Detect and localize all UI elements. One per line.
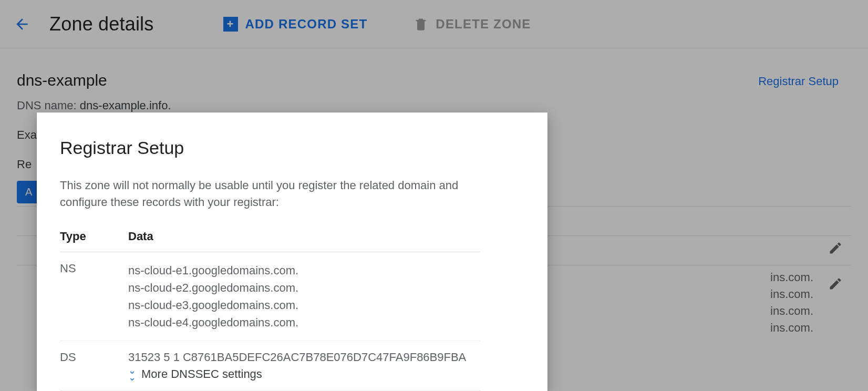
more-dnssec-settings[interactable]: ⌄⌄ More DNSSEC settings bbox=[128, 367, 480, 381]
table-row: DS 31523 5 1 C8761BA5DEFC26AC7B78E076D7C… bbox=[60, 341, 480, 390]
delete-zone-label: DELETE ZONE bbox=[436, 17, 531, 32]
dialog-title: Registrar Setup bbox=[60, 138, 524, 158]
chevron-double-down-icon: ⌄⌄ bbox=[128, 367, 136, 380]
record-type: DS bbox=[60, 341, 128, 390]
delete-zone-button[interactable]: DELETE ZONE bbox=[407, 13, 537, 36]
registrar-setup-dialog: Registrar Setup This zone will not norma… bbox=[37, 112, 547, 391]
ds-value: 31523 5 1 C8761BA5DEFC26AC7B78E076D7C47F… bbox=[128, 351, 480, 364]
edit-icon[interactable] bbox=[828, 241, 843, 258]
more-dnssec-label: More DNSSEC settings bbox=[141, 367, 262, 381]
col-data: Data bbox=[128, 230, 480, 252]
registrar-setup-link[interactable]: Registrar Setup bbox=[758, 75, 839, 88]
registrar-records-table: Type Data NS ns-cloud-e1.googledomains.c… bbox=[60, 230, 480, 391]
ns-value-partial: ins.com. bbox=[770, 320, 813, 336]
back-arrow-icon[interactable] bbox=[9, 12, 35, 37]
ns-values-partial: ins.com. ins.com. ins.com. ins.com. bbox=[770, 269, 813, 336]
ns-value: ns-cloud-e3.googledomains.com. bbox=[128, 296, 480, 314]
record-type: NS bbox=[60, 252, 128, 341]
add-box-icon bbox=[223, 17, 238, 32]
dns-name-value: dns-example.info. bbox=[80, 99, 171, 112]
ns-values: ns-cloud-e1.googledomains.com. ns-cloud-… bbox=[128, 262, 480, 331]
dns-name-row: DNS name: dns-example.info. bbox=[17, 99, 851, 112]
col-type: Type bbox=[60, 230, 128, 252]
ns-value-partial: ins.com. bbox=[770, 286, 813, 303]
page-title: Zone details bbox=[49, 13, 154, 35]
table-row: NS ns-cloud-e1.googledomains.com. ns-clo… bbox=[60, 252, 480, 341]
ns-value-partial: ins.com. bbox=[770, 269, 813, 286]
ns-value-partial: ins.com. bbox=[770, 303, 813, 320]
trash-icon bbox=[414, 17, 428, 32]
row-edit-column bbox=[828, 241, 843, 293]
add-record-set-button[interactable]: ADD RECORD SET bbox=[217, 13, 374, 36]
ns-value: ns-cloud-e4.googledomains.com. bbox=[128, 314, 480, 331]
dialog-description: This zone will not normally be usable un… bbox=[60, 177, 496, 211]
toolbar: Zone details ADD RECORD SET DELETE ZONE bbox=[0, 0, 868, 48]
ns-value: ns-cloud-e2.googledomains.com. bbox=[128, 279, 480, 296]
ns-value: ns-cloud-e1.googledomains.com. bbox=[128, 262, 480, 279]
dns-name-label: DNS name: bbox=[17, 99, 77, 112]
zone-name: dns-example bbox=[17, 71, 107, 89]
edit-icon[interactable] bbox=[828, 276, 843, 293]
add-record-set-label: ADD RECORD SET bbox=[245, 17, 368, 32]
